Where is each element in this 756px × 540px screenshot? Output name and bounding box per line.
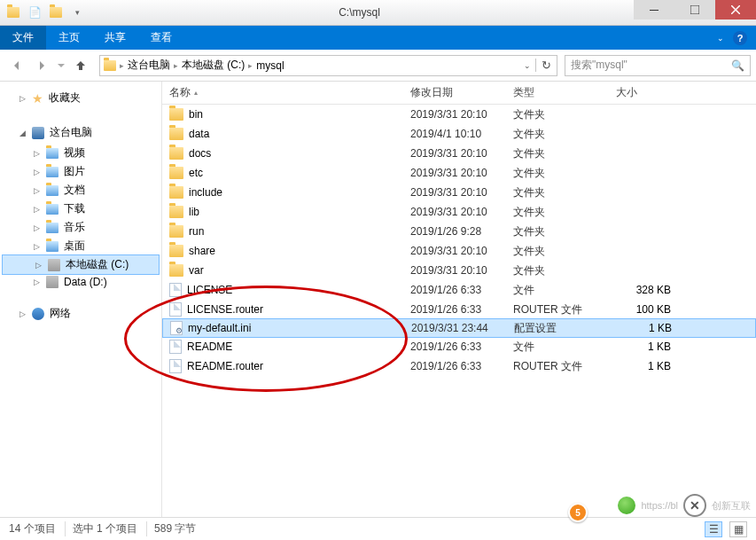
file-type: 文件夹 <box>506 244 609 259</box>
view-details-button[interactable]: ☰ <box>705 521 722 537</box>
file-type: 文件夹 <box>506 166 609 181</box>
file-row[interactable]: my-default.ini2019/3/31 23:44配置设置1 KB <box>162 318 756 338</box>
file-row[interactable]: LICENSE.router2019/1/26 6:33ROUTER 文件100… <box>162 300 756 319</box>
nav-forward-button[interactable] <box>30 54 53 77</box>
sidebar-item-videos[interactable]: ▷视频 <box>0 144 161 162</box>
sidebar-item-documents[interactable]: ▷文档 <box>0 181 161 200</box>
window-title: C:\mysql <box>85 6 634 19</box>
ribbon-file-tab[interactable]: 文件 <box>0 26 46 50</box>
file-row[interactable]: README2019/1/26 6:33文件1 KB <box>162 337 756 356</box>
qat-dropdown-icon[interactable]: ▾ <box>69 4 85 20</box>
file-icon <box>169 359 182 373</box>
column-header-date[interactable]: 修改日期 <box>403 85 506 100</box>
file-type: 文件夹 <box>506 263 609 278</box>
sidebar-item-drive-c[interactable]: ▷本地磁盘 (C:) <box>2 254 160 275</box>
view-icons-button[interactable]: ▦ <box>729 521 747 537</box>
file-date: 2019/1/26 6:33 <box>403 360 506 372</box>
file-date: 2019/3/31 20:10 <box>403 245 506 257</box>
file-row[interactable]: LICENSE2019/1/26 6:33文件328 KB <box>162 280 756 300</box>
close-button[interactable] <box>715 0 756 20</box>
file-date: 2019/1/26 6:33 <box>403 303 506 316</box>
nav-recent-dropdown[interactable] <box>55 54 67 77</box>
file-date: 2019/3/31 20:10 <box>403 206 506 218</box>
folder-icon <box>169 108 183 121</box>
qat-properties-icon[interactable]: 📄 <box>27 4 43 20</box>
file-date: 2019/1/26 6:33 <box>403 340 506 353</box>
folder-icon <box>169 225 183 238</box>
file-type: ROUTER 文件 <box>506 359 609 374</box>
file-row[interactable]: run2019/1/26 9:28文件夹 <box>162 222 756 241</box>
search-icon: 🔍 <box>731 59 744 72</box>
help-icon[interactable]: ? <box>733 31 747 45</box>
file-date: 2019/3/31 23:44 <box>404 322 507 334</box>
file-row[interactable]: include2019/3/31 20:10文件夹 <box>162 183 756 202</box>
sidebar-item-drive-d[interactable]: ▷Data (D:) <box>0 274 161 290</box>
folder-icon <box>169 167 183 179</box>
watermark-badge: 5 <box>568 503 588 522</box>
status-selected-count: 选中 1 个项目 <box>73 521 147 536</box>
breadcrumb-drive[interactable]: 本地磁盘 (C:) <box>178 58 248 73</box>
file-name: data <box>189 128 209 140</box>
file-icon <box>169 340 182 354</box>
file-size: 1 KB <box>609 360 676 372</box>
drive-icon <box>48 259 60 271</box>
qat-newfolder-icon[interactable] <box>48 4 64 20</box>
file-type: 文件夹 <box>506 205 609 220</box>
column-header-size[interactable]: 大小 <box>609 85 676 100</box>
config-file-icon <box>170 321 183 335</box>
file-type: 文件夹 <box>506 107 609 122</box>
file-icon <box>169 302 182 317</box>
nav-up-button[interactable] <box>69 54 92 77</box>
nav-back-button[interactable] <box>5 54 28 77</box>
file-type: ROUTER 文件 <box>506 302 609 317</box>
file-date: 2019/3/31 20:10 <box>403 264 506 277</box>
file-date: 2019/3/31 20:10 <box>403 186 506 199</box>
breadcrumb-pc[interactable]: 这台电脑 <box>124 58 174 73</box>
file-type: 文件夹 <box>506 224 609 239</box>
file-size: 1 KB <box>610 322 677 334</box>
ribbon-expand-icon[interactable]: ⌄ <box>717 34 724 43</box>
sidebar-thispc[interactable]: ◢这台电脑 <box>0 121 161 144</box>
star-icon: ★ <box>32 91 43 106</box>
breadcrumb-folder[interactable]: mysql <box>253 59 287 72</box>
file-row[interactable]: var2019/3/31 20:10文件夹 <box>162 261 756 280</box>
ribbon-tab-home[interactable]: 主页 <box>46 30 92 45</box>
svg-rect-0 <box>650 10 659 11</box>
column-header-name[interactable]: 名称▴ <box>162 85 403 100</box>
column-header-type[interactable]: 类型 <box>506 85 609 100</box>
file-date: 2019/3/31 20:10 <box>403 108 506 121</box>
file-name: var <box>189 264 204 277</box>
file-row[interactable]: README.router2019/1/26 6:33ROUTER 文件1 KB <box>162 356 756 376</box>
file-list: 名称▴ 修改日期 类型 大小 bin2019/3/31 20:10文件夹data… <box>162 82 756 517</box>
file-row[interactable]: data2019/4/1 10:10文件夹 <box>162 124 756 144</box>
maximize-button[interactable] <box>674 0 715 20</box>
file-name: my-default.ini <box>188 322 251 334</box>
file-name: include <box>189 186 222 199</box>
address-bar[interactable]: ▸ 这台电脑▸ 本地磁盘 (C:)▸ mysql ⌄↻ <box>99 55 557 76</box>
file-name: docs <box>189 147 211 160</box>
file-row[interactable]: lib2019/3/31 20:10文件夹 <box>162 202 756 222</box>
ribbon-tab-share[interactable]: 共享 <box>92 30 138 45</box>
addressbar-dropdown-icon[interactable]: ⌄ <box>519 61 535 70</box>
sidebar-favorites[interactable]: ▷★收藏夹 <box>0 87 161 109</box>
file-row[interactable]: docs2019/3/31 20:10文件夹 <box>162 144 756 163</box>
sidebar-item-downloads[interactable]: ▷下载 <box>0 200 161 218</box>
file-row[interactable]: etc2019/3/31 20:10文件夹 <box>162 163 756 183</box>
refresh-button[interactable]: ↻ <box>535 59 557 72</box>
sidebar-item-music[interactable]: ▷音乐 <box>0 218 161 237</box>
sidebar-item-desktop[interactable]: ▷桌面 <box>0 237 161 255</box>
folder-icon <box>169 264 183 277</box>
folder-icon <box>169 186 183 199</box>
file-name: run <box>189 225 204 238</box>
folder-icon <box>169 245 183 257</box>
file-row[interactable]: bin2019/3/31 20:10文件夹 <box>162 105 756 124</box>
file-name: LICENSE <box>187 284 232 296</box>
file-date: 2019/1/26 9:28 <box>403 225 506 238</box>
search-input[interactable]: 搜索"mysql" 🔍 <box>565 55 751 76</box>
sidebar-network[interactable]: ▷网络 <box>0 302 161 325</box>
minimize-button[interactable] <box>634 0 674 20</box>
file-row[interactable]: share2019/3/31 20:10文件夹 <box>162 241 756 261</box>
ribbon-tab-view[interactable]: 查看 <box>138 30 184 45</box>
file-type: 文件夹 <box>506 127 609 142</box>
sidebar-item-pictures[interactable]: ▷图片 <box>0 162 161 181</box>
